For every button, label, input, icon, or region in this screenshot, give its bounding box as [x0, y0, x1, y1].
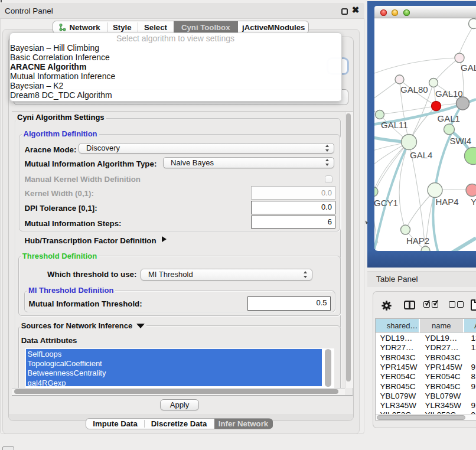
svg-text:GAL4: GAL4	[410, 150, 432, 160]
svg-text:SWI4: SWI4	[450, 136, 472, 146]
svg-text:GCY1: GCY1	[374, 198, 398, 208]
svg-text:GAL2: GAL2	[461, 63, 476, 73]
svg-text:GAL11: GAL11	[381, 120, 408, 130]
svg-text:HAP2: HAP2	[406, 236, 429, 246]
svg-text:YM: YM	[471, 197, 476, 207]
svg-text:GAL1: GAL1	[438, 113, 460, 123]
svg-text:GAL80: GAL80	[400, 84, 428, 94]
svg-text:HAP4: HAP4	[436, 197, 459, 207]
svg-text:GAL10: GAL10	[435, 89, 463, 99]
